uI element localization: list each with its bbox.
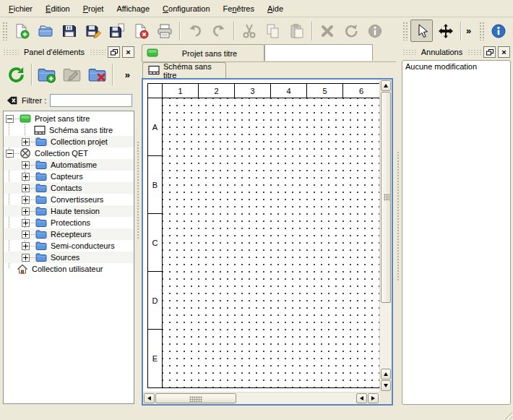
undo-panel-titlebar[interactable]: Annulations × <box>401 46 512 59</box>
cut-icon <box>241 23 257 39</box>
arrow-left-icon <box>147 396 151 400</box>
edit-category-button[interactable] <box>60 63 84 87</box>
drawing-area[interactable] <box>163 98 379 387</box>
menu-projet[interactable]: Projet <box>78 2 109 15</box>
horizontal-scrollbar-thumb[interactable] <box>155 393 236 403</box>
filter-input[interactable] <box>50 94 132 107</box>
folder-icon <box>35 171 47 182</box>
collapse-expander-icon[interactable] <box>6 150 14 158</box>
rotate-button[interactable] <box>340 20 362 42</box>
menu-affichage[interactable]: Affichage <box>111 2 155 15</box>
expand-expander-icon[interactable] <box>22 207 30 215</box>
element-info-button[interactable] <box>363 20 386 42</box>
tree-item-recepteurs[interactable]: Récepteurs <box>4 228 134 240</box>
tree-item-collection-utilisateur[interactable]: Collection utilisateur <box>4 263 134 275</box>
scroll-right-button[interactable] <box>368 393 379 403</box>
scroll-left-button[interactable] <box>356 393 367 403</box>
tree-item-projet-sans-titre[interactable]: Projet sans titre <box>4 113 134 124</box>
tree-item-contacts[interactable]: Contacts <box>4 182 134 194</box>
undo-history-list[interactable]: Aucune modification <box>402 60 511 405</box>
reload-collections-button[interactable] <box>4 63 28 87</box>
print-button[interactable] <box>153 20 176 42</box>
new-file-button[interactable] <box>10 20 33 42</box>
splitter-handle[interactable] <box>137 141 140 239</box>
elements-panel-titlebar[interactable]: Panel d'éléments × <box>1 46 136 59</box>
close-panel-button[interactable]: × <box>122 46 134 58</box>
about-info-button[interactable] <box>487 20 509 42</box>
save-all-button[interactable] <box>105 20 128 42</box>
vertical-scrollbar[interactable] <box>379 80 392 392</box>
menu-configuration[interactable]: Configuration <box>158 2 215 15</box>
clear-filter-icon[interactable] <box>5 94 18 107</box>
float-panel-button[interactable] <box>108 46 120 58</box>
tree-item-protections[interactable]: Protections <box>4 217 134 228</box>
toolbar-drag-handle[interactable] <box>402 22 408 40</box>
save-button[interactable] <box>58 20 80 42</box>
toolbar-drag-handle[interactable] <box>479 22 484 40</box>
redo-button[interactable] <box>207 20 230 42</box>
schema-view[interactable]: 1 2 3 4 5 6 A B C D E <box>142 78 393 406</box>
save-as-button[interactable] <box>82 20 104 42</box>
undo-panel-dock: Annulations × Aucune modification <box>401 46 512 406</box>
save-as-icon <box>85 23 101 39</box>
elements-tree[interactable]: Projet sans titre Schéma sans titre Coll… <box>3 111 134 404</box>
scroll-down-button[interactable] <box>381 380 391 391</box>
new-category-button[interactable] <box>35 63 59 87</box>
reload-icon <box>7 65 26 85</box>
filter-label: Filtrer : <box>22 96 46 105</box>
paste-button[interactable] <box>285 20 308 42</box>
horizontal-scrollbar[interactable] <box>143 392 379 404</box>
tree-item-automatisme[interactable]: Automatisme <box>4 159 134 171</box>
expand-expander-icon[interactable] <box>22 196 30 204</box>
expand-expander-icon[interactable] <box>22 219 30 227</box>
tab-projet-sans-titre[interactable]: Projet sans titre <box>142 44 264 61</box>
expand-expander-icon[interactable] <box>22 138 30 146</box>
expand-expander-icon[interactable] <box>22 161 30 169</box>
toolbar-drag-handle[interactable] <box>2 22 7 40</box>
open-file-button[interactable] <box>34 20 56 42</box>
splitter-handle[interactable] <box>397 151 400 281</box>
size-grip[interactable] <box>503 410 512 419</box>
toolbar-overflow-button[interactable]: » <box>510 25 513 36</box>
scroll-up-button[interactable] <box>381 369 391 380</box>
copy-button[interactable] <box>262 20 284 42</box>
undo-list-item[interactable]: Aucune modification <box>403 61 509 74</box>
expand-expander-icon[interactable] <box>22 173 30 181</box>
menu-fenetres[interactable]: Fenêtres <box>218 2 259 15</box>
float-panel-button[interactable] <box>483 46 496 58</box>
tree-item-semi-conducteurs[interactable]: Semi-conducteurs <box>4 240 134 252</box>
expand-expander-icon[interactable] <box>22 184 30 192</box>
expand-expander-icon[interactable] <box>22 254 30 262</box>
delete-category-button[interactable] <box>85 63 109 87</box>
tree-item-capteurs[interactable]: Capteurs <box>4 171 134 182</box>
menu-aide[interactable]: Aide <box>262 2 288 15</box>
tree-item-collection-projet[interactable]: Collection projet <box>4 136 134 147</box>
edit-category-icon <box>62 65 82 85</box>
move-view-button[interactable] <box>434 20 457 42</box>
expand-expander-icon[interactable] <box>22 242 30 250</box>
print-icon <box>157 23 173 39</box>
tab-schema-sans-titre[interactable]: Schéma sans titre <box>142 62 226 79</box>
vertical-scrollbar-thumb[interactable] <box>381 92 391 303</box>
close-file-button[interactable] <box>129 20 152 42</box>
menu-edition[interactable]: Édition <box>40 2 75 15</box>
scroll-up-button[interactable] <box>381 80 391 91</box>
menu-fichier[interactable]: Fichier <box>4 2 38 15</box>
tree-item-convertisseurs[interactable]: Convertisseurs <box>4 194 134 205</box>
cut-button[interactable] <box>238 20 260 42</box>
collapse-expander-icon[interactable] <box>6 115 14 123</box>
tree-item-collection-qet[interactable]: Collection QET <box>4 147 134 159</box>
close-panel-button[interactable]: × <box>498 46 510 58</box>
scroll-left-button[interactable] <box>144 393 155 403</box>
tree-item-haute-tension[interactable]: Haute tension <box>4 205 134 217</box>
tree-item-sources[interactable]: Sources <box>4 252 134 263</box>
undo-icon <box>187 23 203 39</box>
delete-button[interactable] <box>316 20 338 42</box>
tree-item-schema-sans-titre[interactable]: Schéma sans titre <box>4 124 134 136</box>
select-tool-button[interactable] <box>410 20 433 42</box>
close-file-icon <box>133 23 149 39</box>
expand-expander-icon[interactable] <box>22 231 30 239</box>
undo-button[interactable] <box>184 20 206 42</box>
panel-toolbar-overflow-button[interactable]: » <box>125 69 130 80</box>
toolbar-overflow-button[interactable]: » <box>464 25 473 36</box>
